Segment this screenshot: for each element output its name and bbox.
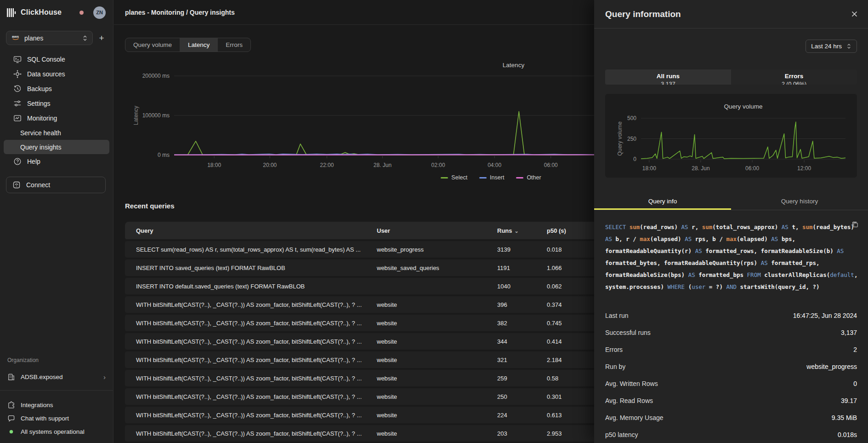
sql-line: SELECT sum(read_rows) AS r, sum(total_ro… — [605, 221, 857, 233]
legend-label: Other — [527, 174, 541, 181]
legend-item-other[interactable]: Other — [516, 174, 541, 181]
svg-text:22:00: 22:00 — [320, 162, 334, 168]
svg-text:20:00: 20:00 — [263, 162, 277, 168]
query-cell: WITH bitShiftLeft(CAST(?..), _CAST(?..))… — [125, 357, 366, 363]
legend-label: Insert — [490, 174, 504, 181]
user-cell: website_saved_queries — [366, 265, 486, 271]
sidebar-item-data-sources[interactable]: Data sources — [4, 67, 109, 81]
query-cell: SELECT sum(read_rows) AS r, sum(total_ro… — [125, 246, 366, 253]
runs-cell: 396 — [486, 301, 536, 308]
sidebar-item-help[interactable]: Help — [4, 154, 109, 169]
runs-errors-toggle: All runs3,137Errors2 (0.06%) — [605, 69, 857, 85]
service-selector-value: planes — [24, 35, 43, 42]
p50-cell: 1.066 — [536, 265, 585, 271]
footer-item-system-status[interactable]: All systems operational — [0, 425, 113, 438]
runs-cell: 321 — [486, 357, 536, 363]
svg-text:06:00: 06:00 — [544, 162, 558, 168]
segment-errors[interactable]: Errors2 (0.06%) — [731, 69, 857, 85]
sidebar-footer: IntegrationsChat with supportAll systems… — [0, 398, 113, 438]
stat-label: Run by — [605, 363, 625, 370]
connect-label: Connect — [26, 181, 50, 189]
sidebar-item-label: Settings — [27, 100, 51, 107]
user-cell: website — [366, 301, 486, 308]
stat-row-successful-runs: Successful runs3,137 — [605, 324, 857, 341]
footer-item-label: Chat with support — [21, 415, 69, 422]
stat-label: Avg. Read Rows — [605, 397, 653, 404]
footer-item-integrations[interactable]: Integrations — [0, 398, 113, 412]
user-cell: website — [366, 375, 486, 382]
query-cell: INSERT INTO saved_queries (text) FORMAT … — [125, 265, 366, 271]
tab-errors[interactable]: Errors — [217, 38, 250, 52]
help-icon — [13, 157, 22, 166]
footer-item-chat-with-support[interactable]: Chat with support — [0, 412, 113, 425]
legend-swatch-select — [441, 177, 448, 178]
sql-console-icon — [13, 55, 22, 63]
p50-cell: 0.374 — [536, 301, 585, 308]
svg-text:aws: aws — [12, 35, 19, 39]
sort-descending-icon: ⌄ — [515, 228, 519, 234]
backups-icon — [13, 85, 22, 93]
segment-all-runs[interactable]: All runs3,137 — [605, 69, 731, 85]
clickhouse-logo-icon — [7, 8, 17, 17]
sql-line: AS b, r / max(elapsed) AS rps, b / max(e… — [605, 233, 857, 245]
sidebar-item-monitoring[interactable]: Monitoring — [4, 111, 109, 126]
p50-cell: 2.184 — [536, 357, 585, 363]
chart-tabs: Query volumeLatencyErrors — [125, 38, 251, 52]
svg-text:Query volume: Query volume — [724, 103, 762, 110]
sidebar-nav: SQL ConsoleData sourcesBackupsSettingsMo… — [0, 52, 113, 169]
stat-row-avg-written-rows: Avg. Written Rows0 — [605, 375, 857, 392]
sidebar-item-service-health[interactable]: Service health — [4, 126, 109, 140]
tab-query-volume[interactable]: Query volume — [125, 38, 180, 52]
legend-item-select[interactable]: Select — [441, 174, 467, 181]
footer-item-label: All systems operational — [21, 428, 85, 435]
sidebar-item-label: SQL Console — [27, 56, 65, 63]
runs-cell: 382 — [486, 320, 536, 327]
time-range-select[interactable]: Last 24 hrs — [806, 40, 857, 53]
stat-label: Avg. Memory Usage — [605, 414, 664, 421]
stat-label: Last run — [605, 312, 629, 319]
svg-text:18:00: 18:00 — [207, 162, 221, 168]
legend-item-insert[interactable]: Insert — [479, 174, 504, 181]
column-header-query: Query — [125, 227, 366, 234]
sql-query-code: SELECT sum(read_rows) AS r, sum(total_ro… — [605, 210, 857, 293]
sidebar-item-backups[interactable]: Backups — [4, 81, 109, 96]
svg-text:Latency: Latency — [133, 106, 139, 125]
tab-latency[interactable]: Latency — [180, 38, 217, 52]
column-header-runs[interactable]: Runs⌄ — [486, 227, 536, 234]
avatar[interactable]: ZN — [93, 6, 106, 19]
stat-value: website_progress — [806, 363, 857, 370]
chat-with-support-icon — [7, 414, 15, 422]
stat-value: 3,137 — [841, 329, 857, 336]
sidebar-item-label: Help — [27, 158, 40, 165]
p50-cell: 2.953 — [536, 430, 585, 437]
chevron-updown-icon — [82, 35, 88, 41]
svg-text:18:00: 18:00 — [642, 165, 656, 172]
panel-tab-query-history[interactable]: Query history — [731, 194, 868, 210]
query-cell: WITH bitShiftLeft(CAST(?..), _CAST(?..))… — [125, 393, 366, 400]
column-header-user: User — [366, 227, 486, 234]
monitoring-icon — [13, 114, 22, 122]
organization-section-label: Organization — [0, 357, 113, 363]
sidebar-item-label: Data sources — [27, 70, 65, 78]
sidebar-item-sql-console[interactable]: SQL Console — [4, 52, 109, 67]
connect-icon — [12, 181, 21, 189]
add-service-button[interactable]: + — [96, 33, 107, 43]
panel-tabs: Query infoQuery history — [594, 194, 868, 210]
notification-dot-icon[interactable] — [79, 11, 84, 15]
query-cell: WITH bitShiftLeft(CAST(?..), _CAST(?..))… — [125, 412, 366, 419]
svg-text:500: 500 — [627, 115, 636, 121]
user-cell: website — [366, 338, 486, 345]
close-icon[interactable] — [851, 11, 858, 17]
svg-text:12:00: 12:00 — [797, 165, 811, 172]
sidebar-item-settings[interactable]: Settings — [4, 96, 109, 111]
runs-cell: 1040 — [486, 283, 536, 290]
panel-tab-query-info[interactable]: Query info — [594, 194, 731, 210]
user-cell: website — [366, 412, 486, 419]
sidebar-item-query-insights[interactable]: Query insights — [4, 140, 109, 154]
connect-button[interactable]: Connect — [6, 177, 106, 193]
copy-icon[interactable] — [851, 220, 859, 232]
organization-switcher[interactable]: ADSB.exposed › — [0, 369, 113, 384]
runs-cell: 250 — [486, 393, 536, 400]
service-selector[interactable]: aws planes — [6, 31, 93, 45]
svg-text:250: 250 — [627, 136, 636, 142]
